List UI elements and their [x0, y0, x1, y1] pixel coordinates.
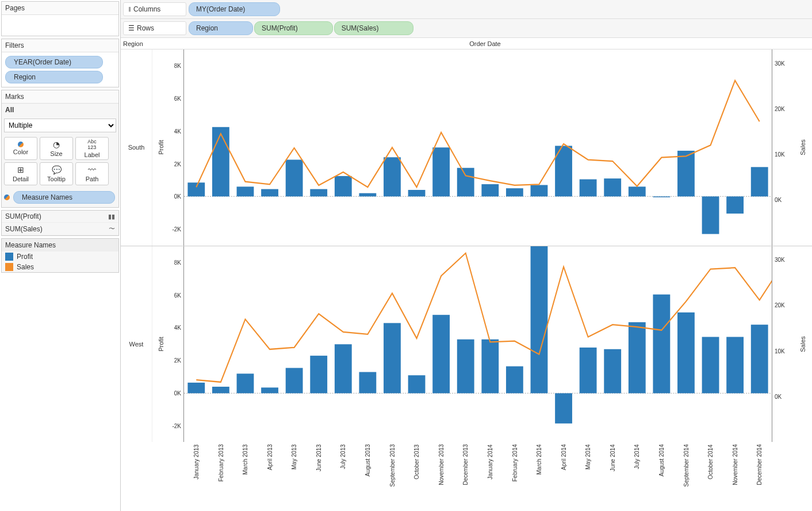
x-tick-label: January 2013 [184, 442, 209, 511]
marks-color-pill[interactable]: Measure Names [13, 191, 115, 204]
svg-rect-13 [481, 184, 499, 196]
svg-rect-9 [384, 157, 401, 196]
label-icon: Abc123 [87, 139, 97, 150]
row-pill-region[interactable]: Region [189, 21, 253, 35]
measure-block: SUM(Profit) ▮▮ SUM(Sales) 〜 [1, 210, 119, 236]
svg-rect-23 [726, 196, 744, 213]
legend-swatch-sales [5, 263, 13, 271]
tooltip-button[interactable]: 💬Tooltip [40, 162, 73, 185]
svg-rect-12 [457, 168, 474, 197]
svg-rect-2 [212, 127, 229, 197]
mark-type-select[interactable]: Multiple [4, 119, 116, 132]
color-button[interactable]: Color [4, 137, 37, 160]
row-pill-sales[interactable]: SUM(Sales) [334, 21, 414, 35]
line-icon: 〜 [109, 224, 115, 233]
measure-row-profit[interactable]: SUM(Profit) ▮▮ [2, 211, 118, 223]
row-pill-profit[interactable]: SUM(Profit) [254, 21, 333, 35]
x-tick-label: August 2013 [355, 442, 380, 511]
color-icon [18, 142, 24, 147]
marks-title: Marks [2, 90, 118, 104]
svg-rect-5 [286, 160, 303, 197]
svg-rect-18 [604, 178, 621, 196]
svg-rect-20 [653, 196, 670, 197]
svg-rect-17 [580, 180, 597, 197]
x-tick-label: February 2014 [503, 442, 527, 511]
column-pill-orderdate[interactable]: MY(Order Date) [189, 2, 280, 16]
x-tick-label: July 2014 [625, 442, 649, 511]
rows-icon: ☰ [128, 24, 135, 32]
svg-rect-38 [481, 339, 499, 393]
svg-rect-39 [506, 366, 523, 393]
svg-rect-28 [237, 373, 254, 393]
x-tick-label: January 2014 [478, 442, 503, 511]
x-tick-label: December 2013 [453, 442, 478, 511]
svg-rect-19 [629, 186, 646, 196]
columns-icon: ⦀ [128, 5, 131, 13]
plot-area[interactable] [184, 49, 772, 246]
svg-rect-30 [286, 368, 303, 393]
svg-rect-6 [310, 189, 327, 197]
path-button[interactable]: 〰Path [75, 162, 109, 185]
plot-area[interactable] [184, 246, 772, 443]
path-icon: 〰 [88, 165, 96, 174]
filter-pill-region[interactable]: Region [5, 71, 103, 83]
svg-rect-45 [653, 294, 670, 393]
marks-card[interactable]: Marks All Multiple Color ◔Size Abc123Lab… [1, 90, 119, 208]
x-tick-label: May 2013 [282, 442, 307, 511]
filters-title: Filters [2, 39, 118, 52]
bar-icon: ▮▮ [108, 213, 115, 220]
columns-label: ⦀ Columns [123, 2, 186, 16]
label-button[interactable]: Abc123Label [75, 137, 109, 160]
svg-rect-27 [212, 387, 229, 393]
sales-axis: Sales0K10K20K30K [772, 49, 812, 246]
legend-item-sales[interactable]: Sales [2, 262, 118, 272]
filter-pill-year[interactable]: YEAR(Order Date) [5, 56, 103, 68]
svg-rect-24 [751, 167, 768, 196]
x-axis: January 2013February 2013March 2013April… [121, 442, 812, 511]
x-tick-label: March 2014 [527, 442, 551, 511]
svg-rect-43 [604, 349, 621, 393]
x-tick-label: December 2014 [747, 442, 772, 511]
x-tick-label: October 2014 [698, 442, 723, 511]
svg-rect-46 [677, 312, 695, 392]
marks-all-label[interactable]: All [2, 104, 118, 116]
svg-rect-37 [457, 339, 474, 393]
row-label: West [121, 246, 152, 443]
svg-rect-32 [335, 344, 352, 393]
svg-rect-49 [751, 325, 768, 393]
measure-row-sales[interactable]: SUM(Sales) 〜 [2, 223, 118, 235]
legend-card: Measure Names Profit Sales [1, 238, 119, 273]
pages-shelf[interactable]: Pages [1, 1, 119, 36]
svg-rect-11 [432, 147, 450, 196]
svg-rect-22 [702, 196, 719, 234]
svg-rect-29 [261, 387, 278, 393]
svg-rect-34 [384, 323, 401, 393]
svg-rect-10 [408, 190, 426, 196]
x-tick-label: March 2013 [233, 442, 258, 511]
profit-axis: Profit-2K0K2K4K6K8K [152, 246, 184, 443]
x-tick-label: July 2013 [331, 442, 355, 511]
svg-rect-31 [310, 356, 327, 393]
filters-shelf[interactable]: Filters YEAR(Order Date) Region [1, 39, 119, 87]
rows-shelf[interactable]: ☰ Rows Region SUM(Profit) SUM(Sales) [121, 19, 812, 38]
detail-button[interactable]: ⊞Detail [4, 162, 37, 185]
detail-icon: ⊞ [17, 165, 24, 174]
svg-rect-42 [580, 347, 597, 392]
svg-rect-26 [187, 382, 205, 392]
x-tick-label: November 2014 [723, 442, 748, 511]
svg-rect-8 [359, 193, 376, 197]
x-tick-label: June 2013 [307, 442, 331, 511]
svg-rect-47 [702, 337, 719, 393]
svg-rect-4 [261, 189, 278, 197]
columns-shelf[interactable]: ⦀ Columns MY(Order Date) [121, 0, 812, 19]
left-side-panel: Pages Filters YEAR(Order Date) Region Ma… [0, 0, 121, 511]
size-button[interactable]: ◔Size [40, 137, 73, 160]
svg-rect-7 [335, 176, 352, 196]
region-header: Region [121, 40, 167, 47]
legend-item-profit[interactable]: Profit [2, 251, 118, 262]
x-tick-label: September 2013 [380, 442, 405, 511]
tooltip-icon: 💬 [52, 165, 62, 174]
chart-row: WestProfit-2K0K2K4K6K8KSales0K10K20K30K [121, 246, 812, 443]
chart-row: SouthProfit-2K0K2K4K6K8KSales0K10K20K30K [121, 49, 812, 246]
pages-title: Pages [2, 2, 118, 15]
